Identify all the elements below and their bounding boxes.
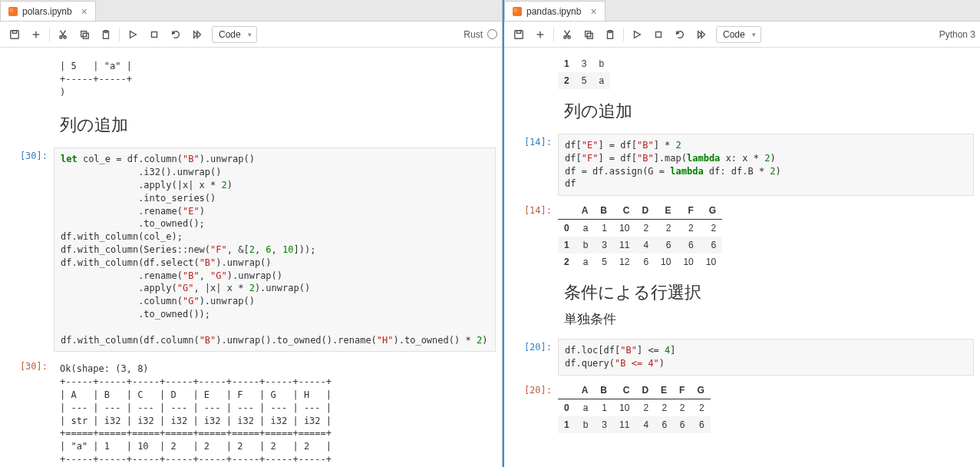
dataframe-table: 13b25a	[558, 55, 610, 89]
tab-label: polars.ipynb	[22, 6, 72, 17]
toolbar: Code Python 3	[504, 22, 980, 48]
svg-rect-17	[516, 30, 520, 33]
svg-rect-25	[587, 33, 592, 38]
copy-button[interactable]	[74, 25, 94, 45]
close-icon[interactable]: ×	[81, 5, 87, 18]
svg-rect-0	[11, 30, 19, 38]
celltype-dropdown[interactable]: Code	[212, 26, 257, 43]
prev-output-df: 13b25a	[504, 54, 980, 91]
output-cell-30: [30]: Ok(shape: (3, 8) +-----+-----+----…	[0, 356, 502, 467]
jupyter-icon	[8, 7, 18, 16]
left-notebook-pane: polars.ipynb × Code Rust | 5 | "a" | +--…	[0, 0, 503, 467]
cut-button[interactable]	[557, 25, 577, 45]
svg-marker-12	[130, 31, 137, 38]
paste-button[interactable]	[96, 25, 116, 45]
code-cell-20[interactable]: [20]: df.loc[df["B"] <= 4] df.query("B <…	[504, 337, 980, 377]
prompt-in: [20]:	[504, 339, 558, 376]
save-button[interactable]	[5, 25, 25, 45]
code-editor[interactable]: let col_e = df.column("B").unwrap() .i32…	[54, 147, 496, 352]
kernel-indicator[interactable]: Python 3	[939, 29, 975, 40]
restart-button[interactable]	[670, 25, 690, 45]
markdown-heading-2[interactable]: 条件による行選択 単独条件	[504, 275, 980, 337]
dataframe-table: ABCDEFG0a11022221b3114666	[558, 382, 711, 433]
kernel-name: Python 3	[939, 29, 975, 40]
dataframe-table: ABCDEFG0a11022221b31146662a5126101010	[558, 202, 722, 270]
tab-pandas[interactable]: pandas.ipynb ×	[504, 1, 605, 21]
stop-button[interactable]	[648, 25, 668, 45]
markdown-heading[interactable]: 列の追加	[504, 94, 980, 132]
svg-rect-29	[656, 31, 662, 37]
code-cell-30[interactable]: [30]: let col_e = df.column("B").unwrap(…	[0, 146, 502, 353]
add-cell-button[interactable]	[26, 25, 46, 45]
svg-rect-8	[81, 31, 87, 36]
code-editor[interactable]: df["E"] = df["B"] * 2 df["F"] = df["B"].…	[558, 134, 974, 196]
markdown-heading[interactable]: 列の追加	[0, 108, 502, 146]
kernel-indicator[interactable]: Rust	[464, 29, 497, 40]
tab-bar: polars.ipynb ×	[0, 0, 502, 22]
output-text: Ok(shape: (3, 8) +-----+-----+-----+----…	[54, 358, 496, 467]
cut-button[interactable]	[53, 25, 73, 45]
svg-rect-16	[515, 30, 523, 38]
heading-text: 列の追加	[60, 114, 490, 137]
svg-rect-24	[586, 31, 591, 36]
kernel-name: Rust	[464, 29, 483, 40]
svg-marker-15	[197, 31, 200, 38]
svg-marker-31	[701, 31, 704, 38]
prompt-out: [30]:	[0, 358, 54, 467]
notebook-content[interactable]: | 5 | "a" | +-----+-----+ ) 列の追加 [30]: l…	[0, 48, 502, 467]
svg-rect-9	[83, 33, 88, 38]
copy-button[interactable]	[579, 25, 599, 45]
restart-button[interactable]	[166, 25, 186, 45]
svg-rect-13	[152, 31, 157, 37]
add-cell-button[interactable]	[530, 25, 550, 45]
heading-text: 条件による行選択	[564, 281, 968, 304]
right-notebook-pane: pandas.ipynb × Code Python 3 13b25a 列の追加	[503, 0, 980, 467]
tab-bar: pandas.ipynb ×	[504, 0, 980, 22]
heading-text: 列の追加	[564, 100, 968, 123]
run-all-button[interactable]	[187, 25, 207, 45]
toolbar: Code Rust	[0, 22, 502, 48]
prompt-in: [30]:	[0, 147, 54, 352]
output-text: | 5 | "a" | +-----+-----+ )	[54, 55, 496, 103]
jupyter-icon	[513, 7, 522, 16]
run-button[interactable]	[123, 25, 143, 45]
close-icon[interactable]: ×	[590, 5, 596, 18]
svg-rect-1	[12, 30, 16, 33]
kernel-status-icon	[487, 29, 497, 39]
output-cell-14: [14]: ABCDEFG0a11022221b31146662a5126101…	[504, 200, 980, 272]
notebook-content[interactable]: 13b25a 列の追加 [14]: df["E"] = df["B"] * 2 …	[504, 48, 980, 467]
stop-button[interactable]	[144, 25, 164, 45]
tab-polars[interactable]: polars.ipynb ×	[0, 1, 96, 21]
celltype-dropdown[interactable]: Code	[716, 26, 761, 43]
svg-marker-28	[635, 31, 641, 38]
subheading-text: 単独条件	[564, 310, 968, 328]
prompt-out: [20]:	[504, 382, 558, 433]
code-editor[interactable]: df.loc[df["B"] <= 4] df.query("B <= 4")	[558, 339, 974, 376]
save-button[interactable]	[509, 25, 529, 45]
paste-button[interactable]	[600, 25, 620, 45]
prompt-in: [14]:	[504, 134, 558, 196]
prev-output-cell: | 5 | "a" | +-----+-----+ )	[0, 54, 502, 104]
code-cell-14[interactable]: [14]: df["E"] = df["B"] * 2 df["F"] = df…	[504, 132, 980, 197]
prompt-out: [14]:	[504, 202, 558, 270]
run-all-button[interactable]	[691, 25, 711, 45]
run-button[interactable]	[627, 25, 647, 45]
tab-label: pandas.ipynb	[526, 6, 581, 17]
output-cell-20: [20]: ABCDEFG0a11022221b3114666	[504, 380, 980, 435]
